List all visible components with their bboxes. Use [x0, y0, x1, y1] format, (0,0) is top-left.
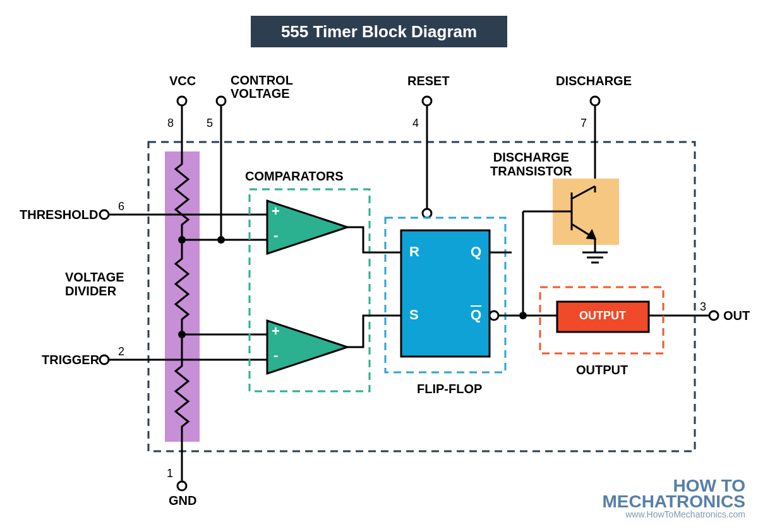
pin-discharge-terminal	[591, 97, 599, 105]
pin-vcc-terminal	[177, 97, 186, 105]
num-trigger: 2	[118, 345, 124, 358]
num-vcc: 8	[167, 117, 174, 130]
ff-qbar: Q	[471, 307, 481, 323]
ff-s: S	[409, 307, 419, 323]
num-reset: 4	[412, 117, 419, 130]
num-discharge: 7	[581, 117, 587, 130]
reset-bubble	[423, 209, 431, 218]
num-threshold: 6	[118, 200, 124, 213]
label-out: OUT	[723, 309, 750, 323]
label-control: CONTROL VOLTAGE	[231, 74, 293, 100]
label-voltage-divider: VOLTAGE DIVIDER	[65, 270, 124, 298]
label-flipflop: FLIP-FLOP	[417, 382, 482, 396]
ff-q: Q	[471, 244, 481, 260]
pin-out-terminal	[709, 311, 718, 320]
label-discharge-transistor: DISCHARGE TRANSISTOR	[490, 150, 572, 178]
ff-r: R	[409, 244, 419, 260]
label-output-stage: OUTPUT	[576, 363, 628, 377]
pin-control-terminal	[217, 97, 226, 105]
watermark-line2: MECHATRONICS	[602, 492, 745, 511]
label-reset: RESET	[407, 74, 450, 88]
num-control: 5	[207, 117, 213, 130]
label-comparators: COMPARATORS	[245, 169, 344, 184]
label-trigger: TRIGGER	[42, 353, 99, 367]
label-gnd: GND	[169, 494, 196, 508]
wire-comp1-to-r	[347, 227, 401, 252]
qbar-bubble	[490, 311, 498, 320]
num-out: 3	[700, 300, 706, 314]
comp2-plus: +	[272, 323, 280, 340]
comp1-plus: +	[272, 203, 280, 220]
label-vcc: VCC	[169, 74, 196, 88]
pin-reset-terminal	[423, 97, 431, 105]
pin-threshold-terminal	[100, 210, 109, 219]
label-discharge: DISCHARGE	[556, 74, 632, 88]
wire-comp2-to-s	[347, 316, 401, 347]
watermark: HOW TO MECHATRONICS www.HowToMechatronic…	[602, 478, 745, 519]
pin-trigger-terminal	[100, 355, 109, 364]
num-gnd: 1	[167, 467, 173, 480]
output-block-text: OUTPUT	[579, 309, 626, 322]
comp1-minus: -	[274, 227, 278, 244]
pin-gnd-terminal	[177, 482, 186, 490]
label-threshold: THRESHOLD	[20, 208, 98, 222]
comp2-minus: -	[274, 347, 278, 364]
block-diagram-svg	[0, 0, 758, 532]
